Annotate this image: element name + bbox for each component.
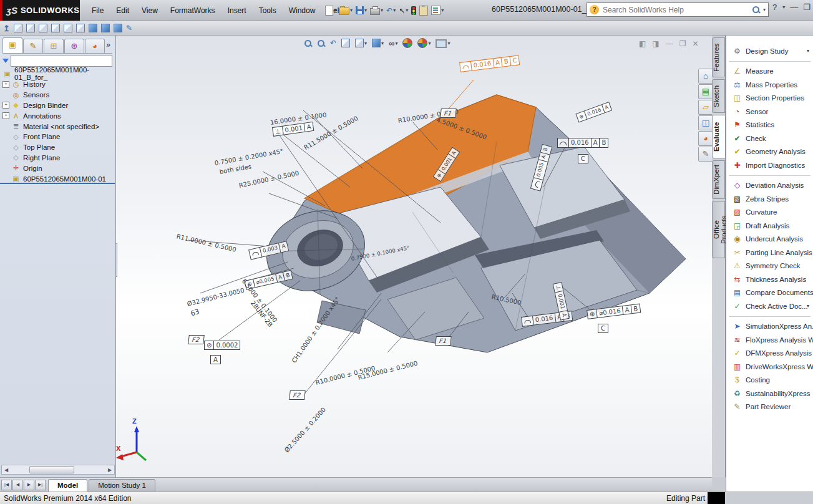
filter-icon[interactable] (2, 59, 9, 63)
task-pane-item[interactable]: ✔ Geometry Analysis (726, 145, 813, 159)
zoom-to-fit-button[interactable] (303, 39, 313, 48)
task-pane-item[interactable]: ✚ Import Diagnostics (726, 158, 813, 172)
open-button[interactable]: ▾ (339, 4, 353, 16)
scroll-right-icon[interactable]: ▶ (105, 467, 114, 473)
tab-nav-button[interactable]: |◀ (1, 480, 12, 490)
search-caret-icon[interactable]: ▾ (763, 7, 766, 12)
task-pane-item[interactable]: ⇆ Thickness Analysis (726, 273, 813, 286)
tree-item[interactable]: + ◇ Front Plane (1, 132, 115, 142)
menu-item[interactable]: Edit (110, 4, 135, 17)
appearances-tab[interactable]: ◕ (698, 131, 713, 146)
dropdown-caret[interactable]: ▾ (406, 7, 408, 13)
view-back-button[interactable] (26, 22, 36, 34)
rebuild-button[interactable] (411, 5, 417, 16)
view-dimetric-button[interactable] (113, 22, 123, 34)
more-tabs-chevron[interactable]: » (104, 41, 113, 49)
print-button[interactable]: ▾ (369, 4, 384, 16)
menu-item[interactable]: Tools (253, 4, 282, 17)
display-style-button[interactable]: ▾ (371, 38, 384, 48)
expand-icon[interactable]: + (2, 112, 9, 119)
configurationmanager-tab[interactable]: ⊞ (44, 39, 64, 53)
undo-button[interactable]: ↶ ▾ (386, 5, 396, 16)
edit-appearance-button[interactable] (402, 37, 413, 49)
search-input[interactable] (601, 5, 749, 15)
previous-view-button[interactable]: ↶ (329, 38, 337, 48)
dropdown-caret[interactable]: ▾ (364, 7, 367, 13)
save-button[interactable]: ▾ (355, 5, 368, 16)
document-tab[interactable]: Motion Study 1 (89, 479, 155, 492)
command-tab[interactable]: Features (712, 37, 725, 77)
task-pane-item[interactable]: ✎ Part Reviewer (726, 400, 813, 414)
task-pane-item[interactable]: ▧ Zebra Stripes (726, 192, 813, 206)
task-pane-item[interactable]: ◉ Undercut Analysis (726, 233, 813, 246)
apply-scene-button[interactable]: ▾ (417, 37, 431, 49)
dropdown-caret[interactable]: ▾ (393, 7, 396, 13)
command-tab[interactable]: Evaluate (712, 115, 726, 158)
task-pane-item[interactable]: ✓ DFMXpress Analysis ... (726, 347, 813, 361)
hide-show-items-button[interactable]: ∞ ▾ (388, 38, 398, 49)
task-pane-item[interactable]: ♻ SustainabilityXpress (726, 387, 813, 400)
dropdown-caret[interactable]: ▾ (428, 41, 431, 46)
task-pane-item[interactable]: ▨ Curvature (726, 206, 813, 220)
task-pane-item[interactable]: ∠ Measure (726, 65, 813, 79)
displaymanager-tab[interactable]: ◕ (85, 39, 105, 53)
view-orientation-button[interactable]: ▾ (354, 38, 368, 48)
options-list-button[interactable]: ▾ (431, 4, 444, 16)
tab-nav-button[interactable]: ▶ (24, 480, 34, 490)
tree-item[interactable]: + ≣ Material <not specified> (1, 121, 115, 132)
task-pane-item[interactable]: ✂ Parting Line Analysis (726, 246, 813, 259)
menu-item[interactable]: Insert (222, 4, 252, 17)
dropdown-caret[interactable]: ▾ (334, 7, 336, 13)
task-pane-item[interactable]: ▤ Compare Documents (726, 286, 813, 300)
task-pane-item[interactable]: ⚠ Symmetry Check (726, 259, 813, 273)
view-left-button[interactable] (38, 22, 48, 34)
view-settings-button[interactable]: ▾ (435, 37, 450, 49)
command-tab[interactable]: Sketch (712, 79, 725, 113)
new-document-button[interactable]: ▾ (324, 4, 337, 17)
view-palette-tab[interactable]: ◫ (698, 115, 713, 130)
zoom-to-area-button[interactable] (316, 39, 326, 48)
design-library-tab[interactable]: ▤ (698, 84, 713, 99)
featuremanager-tab[interactable]: ▣ (2, 37, 22, 53)
search-icon[interactable] (752, 6, 760, 14)
search-box[interactable]: ? ▾ (587, 2, 769, 17)
tree-item[interactable]: + ◇ Top Plane (1, 142, 115, 153)
custom-properties-tab[interactable]: ✎ (698, 147, 713, 162)
select-button[interactable]: ↖ ▾ (398, 5, 409, 16)
task-pane-item[interactable]: ⚖ Mass Properties (726, 78, 813, 92)
doc-window-button[interactable]: ❐ (679, 39, 686, 48)
scroll-left-icon[interactable]: ◀ (2, 467, 11, 473)
properties-button[interactable] (419, 4, 429, 17)
view-isometric-button[interactable] (88, 22, 98, 34)
dropdown-caret[interactable]: ▾ (395, 41, 397, 46)
tab-nav-button[interactable]: ◀ (12, 480, 23, 490)
tab-nav-button[interactable]: ▶| (35, 480, 46, 490)
tree-item[interactable]: + A Annotations (1, 110, 115, 121)
expand-icon[interactable]: + (2, 102, 9, 109)
graphics-viewport[interactable]: Z X 16.0000 ± 0.1000⊥0.001AR11.5000 ± 0.… (116, 36, 712, 477)
solidworks-resources-tab[interactable]: ⌂ (698, 69, 713, 84)
task-pane-item[interactable]: ≋ FloXpress Analysis W... (726, 333, 813, 347)
dropdown-caret[interactable]: ▾ (447, 41, 450, 46)
normal-to-button[interactable]: ↥ (2, 22, 11, 34)
task-pane-item[interactable]: ⚙ Design Study (726, 44, 813, 58)
restore-button[interactable]: ❐ (803, 2, 811, 12)
help-button[interactable]: ? (772, 2, 777, 12)
file-explorer-tab[interactable]: ▱ (698, 100, 713, 115)
menu-item[interactable]: FormatWorks (165, 4, 221, 17)
dropdown-caret[interactable]: ▾ (350, 7, 353, 13)
tree-item[interactable]: + ✛ Origin (1, 163, 115, 173)
task-pane-item[interactable]: ◫ Section Properties (726, 92, 813, 105)
task-pane-item[interactable]: ✔ Check (726, 132, 813, 145)
dropdown-caret[interactable]: ▾ (381, 7, 383, 13)
tree-item[interactable]: + ◎ Sensors (1, 90, 115, 100)
view-top-button[interactable] (63, 22, 73, 34)
doc-window-button[interactable]: — (666, 39, 673, 48)
expand-icon[interactable]: + (2, 81, 9, 88)
doc-window-button[interactable]: ✕ (692, 39, 698, 48)
tree-hscrollbar[interactable]: ◀ ▶ (1, 465, 115, 475)
task-pane-item[interactable]: ➤ SimulationXpress An... (726, 320, 813, 334)
propertymanager-tab[interactable]: ✎ (23, 39, 43, 53)
menu-item[interactable]: View (136, 4, 163, 17)
minimize-button[interactable]: — (790, 2, 798, 12)
